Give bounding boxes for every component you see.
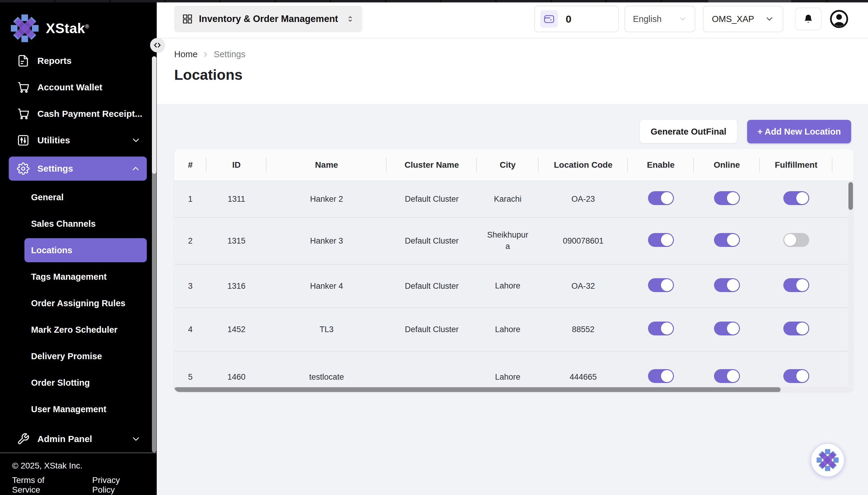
generate-outfinal-button[interactable]: Generate OutFinal	[640, 120, 737, 143]
sidebar-subitem-delivery-promise[interactable]: Delivery Promise	[24, 344, 147, 368]
breadcrumb-home[interactable]: Home	[174, 49, 197, 59]
add-new-location-button[interactable]: + Add New Location	[747, 120, 851, 143]
sidebar-subitem-label: Order Assigning Rules	[31, 298, 125, 308]
sidebar-subitem-sales-channels[interactable]: Sales Channels	[24, 212, 147, 236]
language-select[interactable]: English	[624, 6, 695, 32]
xstak-logo-icon	[816, 449, 839, 472]
sidebar-subitem-locations[interactable]: Locations	[24, 238, 147, 262]
table-horizontal-scrollbar-thumb[interactable]	[174, 387, 781, 392]
cell-online	[694, 217, 760, 264]
cell-fulfillment	[760, 264, 832, 308]
sidebar-collapse-button[interactable]	[150, 38, 165, 52]
sidebar-footer: © 2025, XStak Inc. Terms of Service Priv…	[0, 453, 157, 495]
column-header-trailing	[832, 149, 853, 181]
sidebar-subitem-user-management[interactable]: User Management	[24, 397, 147, 421]
xstak-logo-icon	[10, 14, 39, 43]
toggle-knob	[727, 279, 739, 291]
cell-online	[694, 308, 760, 352]
sidebar-subitem-mark-zero-scheduler[interactable]: Mark Zero Scheduler	[24, 318, 147, 342]
chevron-down-icon	[131, 135, 141, 146]
app-switcher[interactable]: Inventory & Order Management	[174, 6, 362, 32]
toggle-knob	[661, 370, 673, 382]
table-row: 31316Hanker 4Default ClusterLahoreOA-32	[174, 264, 853, 308]
main-area: Inventory & Order Management 0 English O…	[157, 0, 868, 495]
locations-table-card: #IDNameCluster NameCityLocation CodeEnab…	[174, 149, 853, 392]
sidebar-subitem-order-assigning-rules[interactable]: Order Assigning Rules	[24, 291, 147, 315]
fulfillment-toggle[interactable]	[783, 233, 809, 247]
online-toggle[interactable]	[714, 278, 740, 292]
column-header-enable: Enable	[628, 149, 694, 181]
fulfillment-toggle[interactable]	[783, 191, 809, 205]
sidebar-item-admin-panel[interactable]: Admin Panel	[0, 426, 157, 452]
sidebar-subitem-general[interactable]: General	[24, 185, 147, 209]
fulfillment-toggle[interactable]	[783, 322, 809, 336]
workspace-select[interactable]: OMS_XAP	[703, 6, 783, 32]
sidebar-item-settings[interactable]: Settings	[9, 157, 147, 181]
online-toggle[interactable]	[714, 369, 740, 383]
cell-id: 1452	[207, 308, 266, 352]
sidebar-item-label: Cash Payment Receipt...	[37, 109, 142, 119]
enable-toggle[interactable]	[648, 369, 674, 383]
select-updown-icon	[346, 15, 355, 23]
cell-cluster: Default Cluster	[387, 181, 477, 217]
cell-code: 444665	[539, 352, 628, 392]
grid-icon	[182, 14, 193, 24]
breadcrumb-chevron-icon	[202, 51, 210, 58]
table-row: 11311Hanker 2Default ClusterKarachiOA-23	[174, 181, 853, 217]
wallet-count: 0	[566, 13, 571, 25]
cell-num: 3	[174, 264, 207, 308]
enable-toggle[interactable]	[648, 322, 674, 336]
top-bar: Inventory & Order Management 0 English O…	[157, 0, 868, 38]
sidebar-subitem-order-slotting[interactable]: Order Slotting	[24, 371, 147, 395]
sidebar-subitem-tags-management[interactable]: Tags Management	[24, 264, 147, 289]
xstak-assistant-button[interactable]	[811, 443, 845, 477]
sidebar-item-label: Settings	[37, 164, 73, 174]
online-toggle[interactable]	[714, 322, 740, 336]
sidebar-nav: ReportsAccount WalletCash Payment Receip…	[0, 48, 157, 181]
sidebar-item-account-wallet[interactable]: Account Wallet	[0, 74, 157, 101]
sidebar-item-label: Utilities	[37, 135, 70, 146]
notifications-button[interactable]	[795, 7, 822, 30]
enable-toggle[interactable]	[648, 278, 674, 292]
wallet-balance-button[interactable]: 0	[534, 6, 619, 32]
cell-num: 1	[174, 181, 207, 217]
brand-row[interactable]: XStak®	[0, 0, 157, 45]
enable-toggle[interactable]	[648, 191, 674, 205]
table-vertical-scrollbar-thumb[interactable]	[848, 182, 853, 210]
browser-tab-strip	[0, 0, 868, 2]
online-toggle[interactable]	[714, 191, 740, 205]
table-row: 21315Hanker 3Default ClusterSheikhupura0…	[174, 217, 853, 264]
app-switcher-label: Inventory & Order Management	[199, 14, 338, 24]
cell-enable	[628, 308, 694, 352]
chevron-down-icon	[678, 15, 687, 23]
cell-code: 090078601	[539, 217, 628, 264]
content-area: Generate OutFinal + Add New Location #ID…	[157, 104, 868, 495]
wallet-icon	[540, 10, 558, 28]
sidebar-subitem-label: Delivery Promise	[31, 352, 102, 361]
cell-name: Hanker 3	[266, 217, 387, 264]
breadcrumb: Home Settings	[174, 49, 868, 59]
sidebar-item-cash-payment-receipt[interactable]: Cash Payment Receipt...	[0, 101, 157, 127]
cell-name: Hanker 4	[266, 264, 387, 308]
copyright-text: © 2025, XStak Inc.	[12, 461, 145, 471]
enable-toggle[interactable]	[648, 233, 674, 247]
sidebar: XStak® ReportsAccount WalletCash Payment…	[0, 0, 157, 495]
fulfillment-toggle[interactable]	[783, 369, 809, 383]
table-body: 11311Hanker 2Default ClusterKarachiOA-23…	[174, 181, 853, 392]
sidebar-subitem-label: Mark Zero Scheduler	[31, 325, 117, 335]
table-vertical-scrollbar-track[interactable]	[848, 181, 853, 387]
page-header: Home Settings Locations	[157, 38, 868, 104]
toggle-knob	[796, 323, 808, 335]
cell-code: 88552	[539, 308, 628, 352]
sidebar-item-utilities[interactable]: Utilities	[0, 127, 157, 154]
privacy-policy-link[interactable]: Privacy Policy	[92, 475, 145, 495]
cell-id: 1460	[207, 352, 266, 392]
terms-of-service-link[interactable]: Terms of Service	[12, 475, 75, 495]
user-avatar[interactable]	[830, 10, 848, 28]
sidebar-scrollbar-thumb[interactable]	[152, 56, 157, 174]
collapse-chevrons-icon	[153, 41, 162, 50]
online-toggle[interactable]	[714, 233, 740, 247]
actions-row: Generate OutFinal + Add New Location	[157, 104, 868, 143]
sidebar-item-reports[interactable]: Reports	[0, 48, 157, 74]
fulfillment-toggle[interactable]	[783, 278, 809, 292]
